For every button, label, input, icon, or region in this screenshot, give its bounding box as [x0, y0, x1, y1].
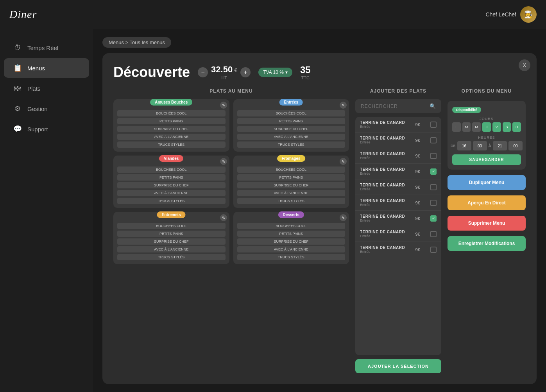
plat-edit-entremets[interactable]: ✎	[220, 214, 227, 221]
plats-icon: 🍽	[13, 84, 22, 93]
main-layout: ⏱ Temps Réel 📋 Menus 🍽 Plats ⚙ Gestion 💬…	[0, 29, 546, 392]
disponibilite-badge: Disponibilité	[452, 107, 481, 113]
gestion-icon: ⚙	[13, 104, 22, 113]
plat-checkbox-2[interactable]	[430, 153, 437, 159]
list-item: BOUCHÉES COOL	[117, 110, 226, 116]
options-du-menu-header: OPTIONS DU MENU	[448, 88, 526, 95]
content-area: Menus > Tous les menus X Découverte − 32…	[93, 29, 546, 392]
list-item: SURPRISE DU CHEF	[237, 238, 346, 245]
close-button[interactable]: X	[519, 59, 530, 71]
price-increase-button[interactable]: +	[240, 67, 251, 77]
three-columns: PLATS AU MENU Amuses Bouches ✎ BOUCHÉES …	[113, 88, 526, 373]
plat-checkbox-4[interactable]	[430, 184, 437, 190]
list-item: TRUCS STYLÉS	[237, 254, 346, 260]
options-du-menu-column: OPTIONS DU MENU Disponibilité JOURS L M …	[448, 88, 526, 373]
sidebar-item-plats[interactable]: 🍽 Plats	[4, 79, 89, 98]
day-button-j[interactable]: J	[482, 122, 491, 132]
table-row[interactable]: TERRINE DE CANARD Entrée 9€	[355, 132, 441, 148]
plat-checkbox-0[interactable]	[430, 122, 437, 128]
plat-card-fromages: Fromages ✎ BOUCHÉES COOL PETITS PAINS SU…	[233, 156, 349, 208]
clock-icon: ⏱	[13, 43, 22, 52]
tva-badge[interactable]: TVA 10 % ▾	[258, 68, 292, 77]
list-item: AVEC À L'ANCIENNE	[237, 134, 346, 140]
price-ht-value: 32.50	[211, 64, 233, 74]
table-row[interactable]: TERRINE DE CANARD Entrée 9€	[355, 195, 441, 211]
plat-tag-entrees: Entrées	[279, 99, 303, 106]
menu-header: Découverte − 32.50 € HT + TVA 10 % ▾ 35	[113, 64, 526, 81]
list-item: BOUCHÉES COOL	[237, 166, 346, 173]
list-item: AVEC À L'ANCIENNE	[237, 190, 346, 196]
supprimer-button[interactable]: Supprimer Menu	[448, 216, 526, 231]
disponibilite-section: Disponibilité JOURS L M M J V S D HEURES	[448, 101, 526, 170]
heure-fin-h-input[interactable]	[493, 141, 507, 150]
sidebar-item-menus[interactable]: 📋 Menus	[4, 58, 89, 78]
list-item: PETITS PAINS	[237, 174, 346, 181]
plat-checkbox-5[interactable]	[430, 200, 437, 206]
search-box: 🔍	[355, 99, 441, 113]
list-item: PETITS PAINS	[117, 174, 226, 181]
user-area: Chef LeChef 🧑‍🍳	[485, 6, 537, 23]
day-button-s[interactable]: S	[503, 122, 511, 132]
table-row[interactable]: TERRINE DE CANARD Entrée 9€	[355, 117, 441, 132]
app-logo: Diner	[9, 8, 37, 21]
plat-checkbox-8[interactable]	[430, 247, 437, 253]
user-name: Chef LeChef	[485, 11, 516, 18]
table-row[interactable]: TERRINE DE CANARD Entrée 9€	[355, 164, 441, 179]
table-row[interactable]: TERRINE DE CANARD Entrée 9€	[355, 226, 441, 242]
table-row[interactable]: TERRINE DE CANARD Entrée 9€	[355, 148, 441, 164]
heure-debut-h-input[interactable]	[457, 141, 471, 150]
price-decrease-button[interactable]: −	[198, 67, 208, 77]
list-item: SURPRISE DU CHEF	[237, 126, 346, 132]
list-item: AVEC À L'ANCIENNE	[117, 134, 226, 140]
plat-edit-amuse[interactable]: ✎	[220, 102, 227, 109]
tva-label: TVA 10 %	[263, 70, 283, 75]
dupliquer-button[interactable]: Dupliquer Menu	[448, 175, 526, 190]
list-item: TRUCS STYLÉS	[117, 254, 226, 260]
list-item: BOUCHÉES COOL	[237, 223, 346, 229]
price-ttc-label: TTC	[301, 75, 310, 80]
sidebar-label-support: Support	[27, 126, 48, 132]
table-row[interactable]: TERRINE DE CANARD Entrée 9€	[355, 211, 441, 226]
plat-edit-desserts[interactable]: ✎	[340, 214, 347, 221]
plat-edit-fromages[interactable]: ✎	[340, 158, 347, 165]
plat-checkbox-7[interactable]	[430, 231, 437, 237]
plat-card-desserts: Desserts ✎ BOUCHÉES COOL PETITS PAINS SU…	[233, 212, 349, 264]
heure-debut-m-input[interactable]	[473, 141, 487, 150]
menu-title: Découverte	[113, 64, 190, 81]
plat-items-viandes: BOUCHÉES COOL PETITS PAINS SURPRISE DU C…	[117, 166, 226, 204]
day-button-v[interactable]: V	[492, 122, 501, 132]
sidebar-item-gestion[interactable]: ⚙ Gestion	[4, 99, 89, 118]
sidebar-item-temps-reel[interactable]: ⏱ Temps Réel	[4, 38, 89, 57]
plat-checkbox-6[interactable]	[430, 215, 437, 222]
apercu-button[interactable]: Aperçu En Direct	[448, 195, 526, 210]
plat-edit-viandes[interactable]: ✎	[220, 158, 227, 165]
sauvegarder-button[interactable]: SAUVEGARDER	[452, 154, 521, 165]
list-item: BOUCHÉES COOL	[117, 223, 226, 229]
list-item: BOUCHÉES COOL	[117, 166, 226, 173]
day-button-d[interactable]: D	[512, 122, 521, 132]
sidebar-label-temps-reel: Temps Réel	[27, 45, 58, 51]
plat-edit-entrees[interactable]: ✎	[340, 102, 347, 109]
plats-au-menu-column: PLATS AU MENU Amuses Bouches ✎ BOUCHÉES …	[113, 88, 349, 373]
price-control: − 32.50 € HT +	[198, 64, 251, 80]
table-row[interactable]: TERRINE DE CANARD Entrée 9€	[355, 242, 441, 257]
add-selection-button[interactable]: AJOUTER LA SÉLECTION	[355, 359, 441, 373]
table-row[interactable]: TERRINE DE CANARD Entrée 9€	[355, 179, 441, 195]
avatar: 🧑‍🍳	[520, 6, 537, 23]
breadcrumb[interactable]: Menus > Tous les menus	[102, 37, 171, 48]
list-item: BOUCHÉES COOL	[237, 110, 346, 116]
plat-tag-viandes: Viandes	[159, 155, 183, 162]
plat-checkbox-3[interactable]	[430, 168, 437, 175]
list-item: SURPRISE DU CHEF	[237, 182, 346, 188]
heure-fin-m-input[interactable]	[508, 141, 523, 150]
plat-checkbox-1[interactable]	[430, 137, 437, 143]
day-button-m1[interactable]: M	[462, 122, 471, 132]
plat-tag-entremets: Entremets	[157, 211, 186, 218]
enregistrer-button[interactable]: Enregistrer Modifications	[448, 236, 526, 251]
list-item: TRUCS STYLÉS	[117, 198, 226, 204]
search-input[interactable]	[361, 104, 426, 109]
sidebar-item-support[interactable]: 💬 Support	[4, 119, 89, 139]
price-ttc-value: 35	[300, 64, 311, 75]
day-button-l[interactable]: L	[452, 122, 461, 132]
day-button-m2[interactable]: M	[472, 122, 481, 132]
